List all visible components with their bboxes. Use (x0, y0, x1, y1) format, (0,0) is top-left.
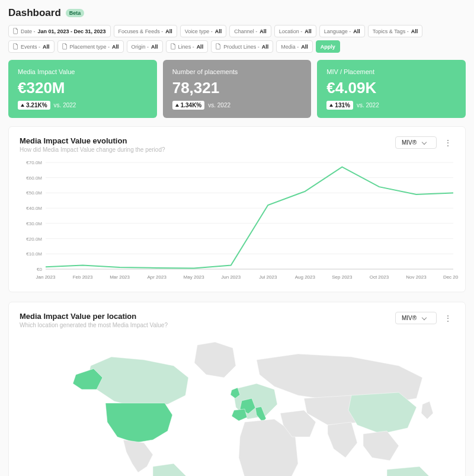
filter-chip[interactable]: Date - Jan 01, 2023 - Dec 31, 2023 (8, 25, 111, 37)
svg-text:Sep 2023: Sep 2023 (332, 274, 353, 280)
filter-chip-label: Media - (281, 44, 299, 50)
kpi-delta: 3.21K% (18, 101, 50, 110)
kpi-value: €4.09K (326, 79, 456, 97)
kpi-compare: vs. 2022 (54, 102, 76, 108)
panel-evolution: Media Impact Value evolution How did Med… (8, 126, 466, 292)
kpi-card[interactable]: MIV / Placement€4.09K131%vs. 2022 (317, 60, 466, 118)
kpi-label: Media Impact Value (18, 68, 148, 75)
filter-chip[interactable]: Placement type - All (57, 40, 124, 53)
filter-chip-label: Topics & Tags - (373, 28, 409, 34)
svg-text:€10.0M: €10.0M (26, 251, 42, 257)
svg-text:€0: €0 (37, 267, 42, 272)
svg-text:€30.0M: €30.0M (26, 221, 42, 226)
file-icon (171, 43, 176, 50)
beta-badge: Beta (66, 9, 85, 17)
svg-text:Nov 2023: Nov 2023 (406, 274, 427, 280)
filter-chip-label: Voice type - (185, 28, 213, 34)
filter-chip-value: All (112, 44, 119, 50)
filter-chip[interactable]: Channel - All (229, 25, 271, 37)
svg-text:Jul 2023: Jul 2023 (259, 274, 277, 280)
map-region[interactable] (421, 401, 433, 419)
arrow-up-icon (175, 104, 179, 107)
svg-text:Feb 2023: Feb 2023 (73, 274, 93, 280)
filter-bar: Date - Jan 01, 2023 - Dec 31, 2023Focuse… (8, 25, 466, 53)
panel-menu-icon[interactable]: ⋮ (441, 314, 454, 323)
kpi-compare: vs. 2022 (208, 102, 230, 108)
map-region[interactable] (88, 357, 188, 407)
location-metric-select[interactable]: MIV® (395, 312, 437, 324)
filter-chip-value: All (353, 28, 360, 34)
map-region[interactable] (328, 422, 357, 458)
svg-text:Jun 2023: Jun 2023 (221, 274, 241, 280)
panel-menu-icon[interactable]: ⋮ (441, 138, 454, 148)
arrow-up-icon (329, 104, 333, 107)
filter-chip-label: Location - (279, 28, 303, 34)
panel-location-title: Media Impact Value per location (20, 312, 168, 321)
map-region[interactable] (232, 409, 247, 421)
filter-chip-value: All (305, 28, 312, 34)
apply-label: Apply (321, 44, 335, 50)
panel-evolution-subtitle: How did Media Impact Value change during… (20, 146, 165, 153)
svg-text:Aug 2023: Aug 2023 (295, 274, 316, 280)
evolution-chart: €0€10.0M€20.0M€30.0M€40.0M€50.0M€60.0M€7… (20, 158, 454, 282)
filter-chip[interactable]: Events - All (8, 40, 55, 53)
filter-chip[interactable]: Media - All (276, 40, 313, 53)
filter-chip-value: All (262, 44, 269, 50)
chevron-down-icon (422, 315, 427, 320)
file-icon (216, 43, 221, 50)
filter-chip[interactable]: Product Lines - All (211, 40, 273, 53)
map-region[interactable] (123, 440, 153, 472)
filter-chip[interactable]: Voice type - All (180, 25, 227, 37)
filter-chip-label: Origin - (132, 44, 149, 50)
filter-chip-label: Language - (324, 28, 351, 34)
map-region[interactable] (194, 342, 236, 378)
kpi-delta: 131% (326, 101, 353, 110)
kpi-label: Number of placements (172, 68, 302, 75)
kpi-value: 78,321 (172, 79, 302, 97)
kpi-compare: vs. 2022 (357, 102, 379, 108)
filter-chip[interactable]: Topics & Tags - All (368, 25, 422, 37)
map-region[interactable] (387, 467, 434, 476)
kpi-value: €320M (18, 79, 148, 97)
kpi-card[interactable]: Media Impact Value€320M3.21K%vs. 2022 (8, 60, 157, 118)
filter-chip[interactable]: Lines - All (166, 40, 209, 53)
filter-chip[interactable]: Language - All (319, 25, 365, 37)
filter-chip-label: Events - (21, 44, 40, 50)
file-icon (13, 43, 18, 50)
filter-chip-value: All (215, 28, 222, 34)
arrow-up-icon (21, 104, 24, 107)
map-region[interactable] (105, 403, 172, 443)
apply-button[interactable]: Apply (316, 40, 340, 53)
filter-chip-label: Date - (21, 28, 36, 34)
svg-text:Jan 2023: Jan 2023 (36, 274, 56, 280)
panel-location-subtitle: Which location generated the most Media … (20, 322, 168, 328)
map-region[interactable] (348, 392, 417, 434)
filter-chip-label: Product Lines - (223, 44, 260, 50)
filter-chip-label: Lines - (178, 44, 194, 50)
filter-chip[interactable]: Focuses & Feeds - All (114, 25, 177, 37)
svg-text:Mar 2023: Mar 2023 (110, 274, 130, 280)
chevron-down-icon (422, 139, 427, 144)
map-region[interactable] (153, 464, 191, 476)
filter-chip-label: Placement type - (70, 44, 110, 50)
kpi-label: MIV / Placement (326, 68, 456, 75)
filter-chip[interactable]: Origin - All (127, 40, 163, 53)
svg-text:€70.0M: €70.0M (26, 160, 42, 165)
select-value: MIV® (402, 315, 417, 321)
select-value: MIV® (402, 139, 417, 146)
kpi-card[interactable]: Number of placements78,3211.34K%vs. 2022 (163, 60, 312, 118)
svg-text:€40.0M: €40.0M (26, 206, 42, 211)
evolution-metric-select[interactable]: MIV® (395, 136, 437, 149)
filter-chip-value: Jan 01, 2023 - Dec 31, 2023 (38, 28, 106, 34)
file-icon (62, 43, 68, 50)
filter-chip[interactable]: Location - All (274, 25, 316, 37)
map-region[interactable] (363, 431, 399, 461)
svg-text:Apr 2023: Apr 2023 (147, 274, 166, 280)
filter-chip-value: All (151, 44, 158, 50)
filter-chip-value: All (260, 28, 267, 34)
svg-text:Dec 2023: Dec 2023 (443, 274, 458, 280)
page-title: Dashboard (8, 7, 61, 19)
filter-chip-value: All (165, 28, 172, 34)
kpi-delta: 1.34K% (172, 101, 205, 110)
svg-text:€60.0M: €60.0M (26, 175, 42, 181)
